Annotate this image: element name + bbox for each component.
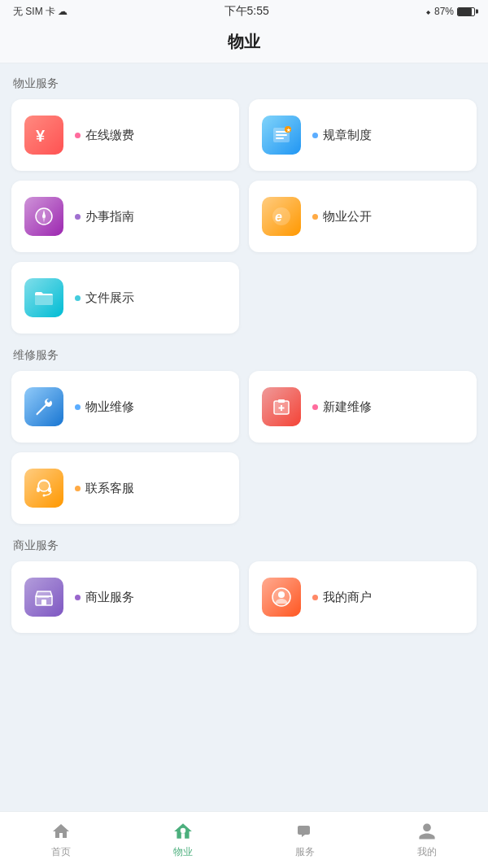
dot-rules — [312, 133, 318, 138]
card-file-show[interactable]: 文件展示 — [11, 262, 239, 334]
label-file-show: 文件展示 — [85, 290, 134, 306]
card-label-file-show: 文件展示 — [75, 290, 134, 306]
icon-plus-clipboard — [262, 387, 301, 426]
card-label-online-pay: 在线缴费 — [75, 128, 134, 143]
svg-rect-4 — [276, 137, 284, 139]
svg-text:¥: ¥ — [36, 127, 46, 145]
plus-clipboard-icon — [270, 395, 293, 418]
dot-file-show — [75, 295, 81, 301]
icon-list: ★ — [262, 116, 301, 155]
nav-label-service: 服务 — [295, 845, 315, 859]
section-title-commerce: 商业服务 — [13, 539, 477, 553]
card-label-rules: 规章制度 — [312, 128, 372, 143]
nav-label-home: 首页 — [51, 845, 71, 859]
card-label-business-service: 商业服务 — [75, 590, 134, 605]
section-commerce-service: 商业服务 商业服务 — [11, 539, 477, 633]
page-title: 物业 — [228, 33, 260, 50]
card-label-property-repair: 物业维修 — [75, 399, 134, 415]
list-icon: ★ — [270, 124, 293, 146]
icon-headset — [24, 469, 63, 508]
dot-business-service — [75, 595, 81, 600]
card-label-property-public: 物业公开 — [312, 209, 372, 225]
nav-home[interactable]: 首页 — [37, 821, 85, 859]
person-circle-icon — [270, 586, 293, 608]
repair-row-1: 物业维修 新建维修 — [11, 371, 477, 443]
card-property-repair[interactable]: 物业维修 — [11, 371, 239, 443]
dot-online-pay — [75, 133, 81, 138]
headset-icon — [33, 477, 55, 499]
card-label-contact-service: 联系客服 — [75, 481, 134, 496]
label-my-merchant: 我的商户 — [323, 590, 372, 605]
section-property-service: 物业服务 ¥ 在线缴费 — [11, 76, 477, 334]
label-property-public: 物业公开 — [323, 209, 372, 225]
svg-point-25 — [181, 828, 186, 833]
section-title-property: 物业服务 — [13, 76, 477, 91]
nav-icon-service — [294, 821, 316, 842]
dot-new-repair — [312, 404, 318, 410]
icon-folder — [24, 278, 63, 317]
card-contact-service[interactable]: 联系客服 — [11, 452, 239, 524]
label-contact-service: 联系客服 — [85, 481, 134, 496]
status-bar: 无 SIM 卡 ☁ 下午5:55 ⬥ 87% — [0, 0, 488, 23]
nav-label-mine: 我的 — [417, 845, 437, 859]
nav-label-property: 物业 — [173, 845, 193, 859]
dot-my-merchant — [312, 595, 318, 600]
icon-compass — [24, 197, 63, 236]
nav-icon-mine — [416, 821, 438, 842]
card-guide[interactable]: 办事指南 — [11, 181, 239, 252]
dot-property-public — [312, 214, 318, 220]
svg-rect-14 — [278, 399, 285, 403]
label-property-repair: 物业维修 — [85, 399, 134, 415]
dot-contact-service — [75, 486, 81, 491]
grid-row-2: 办事指南 e 物业公开 — [11, 181, 477, 252]
svg-point-10 — [42, 215, 46, 218]
svg-rect-18 — [37, 487, 40, 492]
svg-rect-22 — [41, 600, 46, 605]
compass-icon — [33, 205, 55, 228]
label-business-service: 商业服务 — [85, 590, 134, 605]
label-new-repair: 新建维修 — [323, 399, 372, 415]
wrench-icon — [33, 395, 55, 418]
svg-point-24 — [278, 591, 285, 598]
page-header: 物业 — [0, 23, 488, 63]
sim-label: 无 SIM 卡 ☁ — [13, 5, 68, 19]
yuan-icon: ¥ — [33, 124, 55, 146]
label-online-pay: 在线缴费 — [85, 128, 134, 143]
icon-person-circle — [262, 578, 301, 617]
icon-shop — [24, 578, 63, 617]
main-content: 物业服务 ¥ 在线缴费 — [0, 63, 488, 811]
svg-rect-3 — [276, 134, 287, 136]
card-rules[interactable]: ★ 规章制度 — [249, 99, 477, 171]
status-right: ⬥ 87% — [425, 6, 475, 17]
bottom-nav: 首页 物业 服务 我的 — [0, 811, 488, 868]
dot-property-repair — [75, 404, 81, 410]
status-time: 下午5:55 — [224, 4, 269, 19]
repair-row-2: 联系客服 — [11, 452, 477, 524]
card-label-my-merchant: 我的商户 — [312, 590, 372, 605]
label-rules: 规章制度 — [323, 128, 372, 143]
section-title-repair: 维修服务 — [13, 348, 477, 363]
commerce-row-1: 商业服务 我的商户 — [11, 561, 477, 633]
nav-icon-property — [172, 821, 194, 842]
card-label-guide: 办事指南 — [75, 209, 134, 225]
label-guide: 办事指南 — [85, 209, 134, 225]
icon-elogo: e — [262, 197, 301, 236]
nav-mine[interactable]: 我的 — [403, 821, 451, 859]
bluetooth-icon: ⬥ — [425, 6, 431, 17]
grid-row-3: 文件展示 — [11, 262, 477, 334]
card-my-merchant[interactable]: 我的商户 — [249, 561, 477, 633]
card-business-service[interactable]: 商业服务 — [11, 561, 239, 633]
card-online-pay[interactable]: ¥ 在线缴费 — [11, 99, 239, 171]
shop-icon — [33, 586, 55, 608]
battery-label: 87% — [434, 6, 454, 17]
card-property-public[interactable]: e 物业公开 — [249, 181, 477, 252]
icon-wrench — [24, 387, 63, 426]
status-left: 无 SIM 卡 ☁ — [13, 5, 68, 19]
nav-service[interactable]: 服务 — [281, 821, 329, 859]
nav-property[interactable]: 物业 — [159, 821, 207, 859]
folder-icon — [33, 286, 55, 309]
battery-icon — [457, 7, 475, 16]
card-new-repair[interactable]: 新建维修 — [249, 371, 477, 443]
card-label-new-repair: 新建维修 — [312, 399, 372, 415]
dot-guide — [75, 214, 81, 220]
